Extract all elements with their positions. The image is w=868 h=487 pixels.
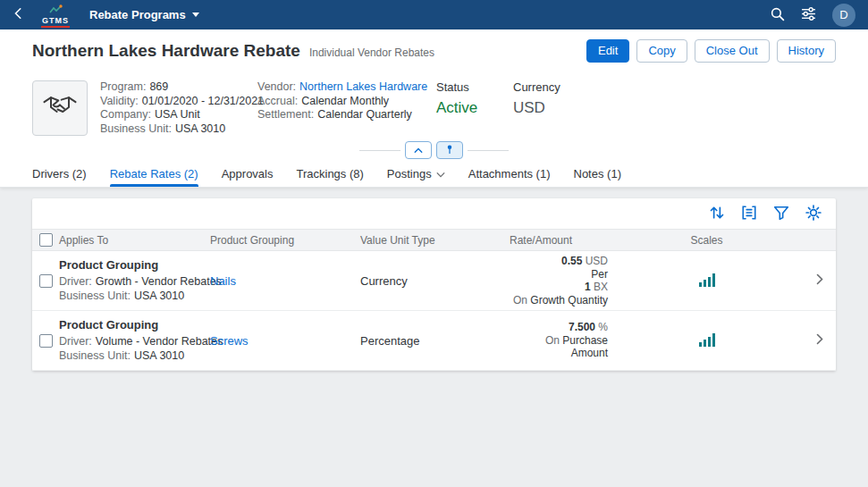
search-icon	[770, 6, 785, 24]
field-label: Accrual:	[257, 95, 298, 109]
gtms-logo-icon	[49, 3, 63, 16]
table-row[interactable]: Product Grouping Driver:Volume - Vendor …	[32, 311, 836, 371]
tab-postings[interactable]: Postings	[387, 161, 445, 187]
field-label: Settlement:	[257, 108, 314, 122]
sliders-icon	[801, 6, 816, 24]
page-header: Northern Lakes Hardware Rebate Individua…	[0, 29, 868, 188]
rate-amount-cell: 0.55 USD Per 1 BX On Growth Quantity	[510, 255, 610, 306]
tab-attachments[interactable]: Attachments (1)	[468, 161, 551, 187]
page-subtitle: Individual Vendor Rebates	[309, 46, 434, 59]
field-label: Business Unit:	[100, 122, 172, 137]
divider-line	[359, 150, 400, 151]
sort-icon	[709, 205, 725, 223]
applies-to-cell: Product Grouping Driver:Volume - Vendor …	[59, 311, 210, 370]
status-block: Status Active	[436, 80, 501, 117]
row-checkbox[interactable]	[39, 334, 53, 348]
currency-value: USD	[513, 99, 594, 117]
shell-bar: GTMS Rebate Programs D	[0, 0, 868, 29]
table-row[interactable]: Product Grouping Driver:Growth - Vendor …	[32, 251, 836, 311]
currency-label: Currency	[513, 80, 594, 94]
user-avatar[interactable]: D	[832, 4, 855, 27]
app-title-label: Rebate Programs	[89, 8, 186, 21]
header-fields-col1: Program:869 Validity:01/01/2020 - 12/31/…	[100, 80, 245, 136]
vendor-link[interactable]: Northern Lakes Hardware	[299, 80, 427, 95]
collapse-header-button[interactable]	[405, 141, 432, 159]
header-fields-col2: Vendor:Northern Lakes Hardware Accrual:C…	[257, 80, 424, 122]
anchor-tab-bar: Drivers (2) Rebate Rates (2) Approvals T…	[0, 161, 868, 188]
content-area: Applies To Product Grouping Value Unit T…	[0, 188, 868, 371]
status-label: Status	[436, 80, 501, 94]
object-icon-tile	[32, 80, 88, 136]
tab-trackings[interactable]: Trackings (8)	[296, 161, 363, 187]
search-button[interactable]	[770, 6, 785, 24]
rate-amount-cell: 7.500 % On Purchase Amount	[510, 321, 610, 360]
column-header-product-grouping[interactable]: Product Grouping	[210, 234, 360, 247]
group-icon	[741, 205, 757, 223]
field-label: Validity:	[100, 95, 139, 109]
status-value: Active	[436, 99, 501, 117]
gtms-logo[interactable]: GTMS	[41, 3, 70, 28]
settlement-value: Calendar Quarterly	[317, 108, 412, 122]
chevron-up-icon	[413, 144, 424, 157]
chevron-down-icon	[192, 13, 199, 17]
validity-value: 01/01/2020 - 12/31/2021	[142, 95, 264, 109]
pin-header-button[interactable]	[436, 141, 463, 159]
copy-button[interactable]: Copy	[636, 39, 687, 63]
business-unit-value: USA 3010	[175, 122, 225, 137]
back-button[interactable]	[7, 4, 30, 27]
field-label: Company:	[100, 108, 151, 122]
company-value: USA Unit	[155, 108, 200, 122]
scales-chart-icon[interactable]	[699, 273, 715, 290]
gear-icon	[805, 205, 822, 223]
edit-button[interactable]: Edit	[586, 39, 629, 63]
rebate-rates-table-card: Applies To Product Grouping Value Unit T…	[32, 198, 836, 371]
accrual-value: Calendar Monthly	[301, 95, 389, 109]
column-header-applies-to[interactable]: Applies To	[59, 234, 210, 247]
shell-settings-button[interactable]	[801, 6, 816, 24]
app-title-menu[interactable]: Rebate Programs	[89, 8, 199, 21]
row-chevron-icon[interactable]	[816, 333, 823, 348]
column-header-value-unit-type[interactable]: Value Unit Type	[360, 234, 510, 247]
chevron-down-icon	[436, 167, 445, 181]
tab-rebate-rates[interactable]: Rebate Rates (2)	[110, 161, 198, 187]
group-button[interactable]	[741, 205, 757, 223]
tab-notes[interactable]: Notes (1)	[574, 161, 621, 187]
header-collapse-controls	[0, 139, 868, 161]
pin-icon	[444, 144, 455, 157]
tab-drivers[interactable]: Drivers (2)	[32, 161, 87, 187]
table-header-row: Applies To Product Grouping Value Unit T…	[32, 229, 836, 251]
sort-button[interactable]	[709, 205, 725, 223]
select-all-checkbox[interactable]	[39, 233, 53, 247]
filter-icon	[773, 205, 789, 223]
value-unit-type-cell: Currency	[360, 274, 510, 288]
column-header-scales[interactable]: Scales	[610, 234, 804, 247]
gtms-logo-text: GTMS	[41, 16, 70, 28]
handshake-icon	[42, 89, 78, 128]
back-chevron-icon	[13, 7, 25, 22]
history-button[interactable]: History	[777, 39, 836, 63]
scales-chart-icon[interactable]	[699, 332, 715, 349]
close-out-button[interactable]: Close Out	[695, 39, 770, 63]
value-unit-type-cell: Percentage	[360, 334, 510, 348]
applies-to-cell: Product Grouping Driver:Growth - Vendor …	[59, 251, 210, 310]
column-header-rate-amount[interactable]: Rate/Amount	[510, 234, 610, 247]
row-chevron-icon[interactable]	[816, 273, 823, 288]
object-header: Program:869 Validity:01/01/2020 - 12/31/…	[0, 68, 868, 139]
filter-button[interactable]	[773, 205, 789, 223]
page-title: Northern Lakes Hardware Rebate	[32, 41, 300, 61]
table-toolbar	[32, 198, 836, 229]
tab-approvals[interactable]: Approvals	[222, 161, 274, 187]
divider-line	[468, 150, 509, 151]
field-label: Vendor:	[257, 80, 296, 95]
field-label: Program:	[100, 80, 146, 95]
row-checkbox[interactable]	[39, 274, 53, 288]
program-value: 869	[149, 80, 168, 95]
header-actions: Edit Copy Close Out History	[586, 39, 836, 63]
product-grouping-link[interactable]: Screws	[210, 334, 249, 348]
product-grouping-link[interactable]: Nails	[210, 274, 236, 288]
table-settings-button[interactable]	[805, 205, 822, 223]
currency-block: Currency USD	[513, 80, 594, 117]
